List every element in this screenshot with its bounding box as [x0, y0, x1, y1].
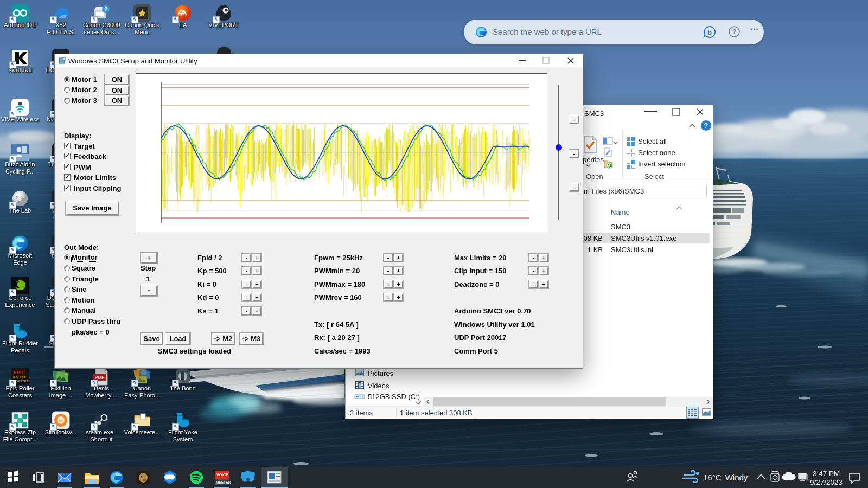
svg-text:9/27/2023: 9/27/2023 [810, 478, 843, 486]
svg-text:16°C Windy: 16°C Windy [703, 473, 748, 482]
svg-text:ROLLER: ROLLER [13, 376, 27, 379]
svg-text:?: ? [104, 7, 107, 12]
svg-text:b: b [707, 28, 712, 36]
svg-text:3:47 PM: 3:47 PM [813, 470, 840, 478]
svg-text:?: ? [732, 28, 736, 36]
svg-text:MEETER: MEETER [216, 480, 231, 484]
svg-text:EPIC: EPIC [14, 370, 25, 375]
svg-text:VOICE: VOICE [216, 473, 228, 477]
